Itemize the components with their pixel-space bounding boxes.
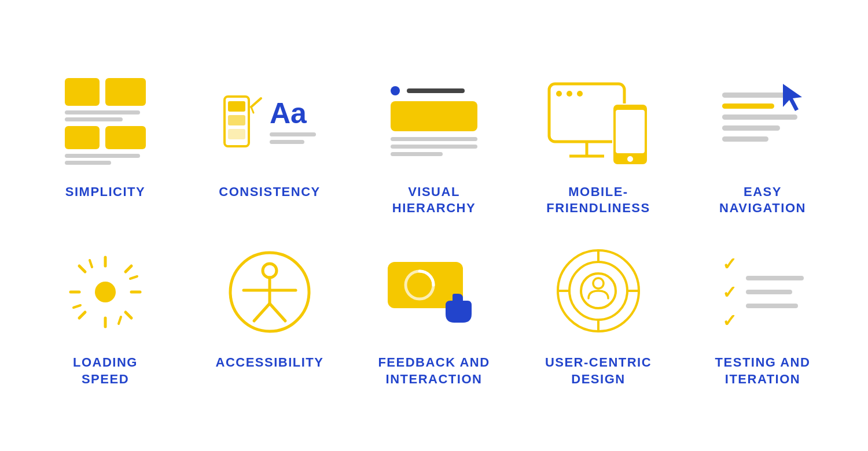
- svg-line-34: [270, 304, 285, 321]
- item-easy-navigation: EASYNAVIGATION: [681, 58, 845, 223]
- svg-line-25: [90, 260, 92, 267]
- svg-line-22: [126, 312, 131, 318]
- item-loading-speed: LOADINGSPEED: [23, 228, 187, 393]
- mobile-friendliness-icon-area: [546, 69, 650, 173]
- feedback-interaction-label: FEEDBACK ANDINTERACTION: [378, 354, 490, 387]
- svg-line-21: [79, 266, 85, 272]
- feedback-interaction-icon-area: [382, 240, 486, 344]
- svg-line-24: [79, 312, 85, 318]
- easy-navigation-label: EASYNAVIGATION: [719, 184, 806, 217]
- svg-point-14: [627, 156, 633, 162]
- svg-rect-2: [228, 115, 245, 125]
- item-testing-iteration: ✓ ✓ ✓ TESTING ANDITERATION: [681, 228, 845, 393]
- user-centric-label: USER-CENTRICDESIGN: [545, 354, 652, 387]
- svg-marker-15: [783, 84, 802, 111]
- main-grid: SIMPLICITY Aa: [23, 58, 845, 393]
- svg-point-30: [263, 264, 277, 278]
- item-user-centric: USER-CENTRICDESIGN: [516, 228, 681, 393]
- svg-rect-13: [616, 110, 645, 153]
- testing-iteration-label: TESTING ANDITERATION: [715, 354, 811, 387]
- accessibility-label: ACCESSIBILITY: [216, 354, 324, 371]
- svg-line-28: [130, 276, 137, 279]
- simplicity-icon-area: [53, 69, 157, 173]
- visual-hierarchy-icon-area: [382, 69, 486, 173]
- item-mobile-friendliness: MOBILE-FRIENDLINESS: [516, 58, 681, 223]
- svg-line-33: [254, 304, 270, 321]
- testing-iteration-icon-area: ✓ ✓ ✓: [711, 240, 815, 344]
- svg-line-26: [119, 317, 121, 324]
- mobile-friendliness-label: MOBILE-FRIENDLINESS: [546, 184, 650, 217]
- svg-rect-3: [228, 129, 245, 139]
- item-accessibility: ACCESSIBILITY: [187, 228, 352, 393]
- consistency-label: CONSISTENCY: [219, 184, 320, 201]
- svg-rect-37: [453, 294, 458, 301]
- svg-line-5: [251, 107, 253, 113]
- loading-speed-icon-area: [53, 240, 157, 344]
- simplicity-label: SIMPLICITY: [65, 184, 145, 201]
- user-centric-icon-area: [546, 240, 650, 344]
- svg-point-8: [567, 91, 572, 97]
- svg-line-23: [126, 266, 131, 272]
- item-visual-hierarchy: VISUALHIERARCHY: [352, 58, 516, 223]
- svg-point-16: [95, 282, 116, 302]
- item-consistency: Aa CONSISTENCY: [187, 58, 352, 223]
- svg-line-27: [73, 305, 80, 308]
- svg-line-4: [251, 98, 261, 107]
- visual-hierarchy-label: VISUALHIERARCHY: [392, 184, 476, 217]
- svg-point-7: [556, 91, 562, 97]
- svg-point-45: [593, 278, 604, 289]
- svg-rect-1: [228, 101, 245, 112]
- accessibility-icon-area: [218, 240, 322, 344]
- easy-navigation-icon-area: [711, 69, 815, 173]
- svg-point-9: [577, 91, 583, 97]
- item-feedback-interaction: FEEDBACK ANDINTERACTION: [352, 228, 516, 393]
- consistency-icon-area: Aa: [218, 69, 322, 173]
- loading-speed-label: LOADINGSPEED: [73, 354, 138, 387]
- item-simplicity: SIMPLICITY: [23, 58, 187, 223]
